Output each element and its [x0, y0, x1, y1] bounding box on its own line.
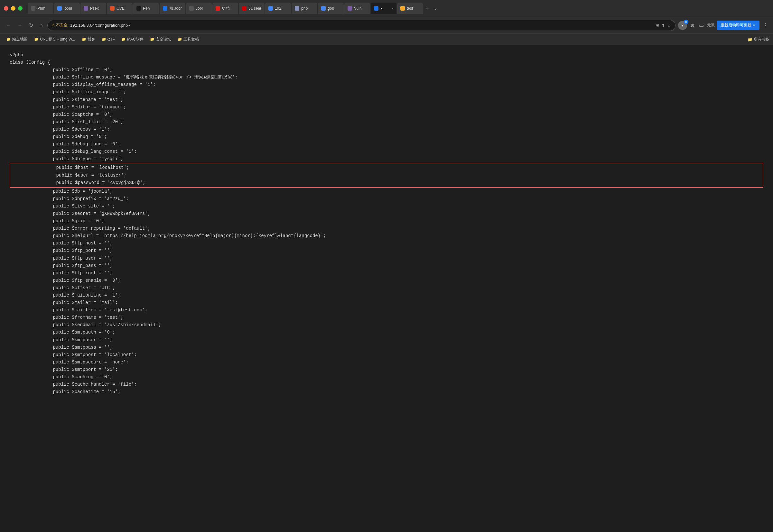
bookmark-folder-icon: 📁 — [102, 37, 106, 41]
extensions-icon[interactable]: ⊕ — [689, 21, 696, 30]
back-button[interactable]: ← — [4, 21, 13, 30]
bookmark-label: 博客 — [87, 37, 95, 42]
tab-overflow-button[interactable]: ⌄ — [432, 6, 439, 11]
translate-icon[interactable]: ⊞ — [656, 23, 659, 28]
code-line: public $ftp_root = ''; — [10, 270, 763, 277]
bookmark-folder-icon: 📁 — [34, 37, 39, 41]
tab-close-button[interactable]: × — [391, 7, 393, 10]
code-line: public $offset = 'UTC'; — [10, 284, 763, 292]
tab-tab1[interactable]: Prim — [28, 3, 53, 14]
code-line: public $editor = 'tinymce'; — [10, 104, 763, 111]
bookmark-item[interactable]: 📁MAC软件 — [119, 35, 146, 43]
tab-label: Prim — [37, 6, 45, 11]
code-line: public $gzip = '0'; — [10, 217, 763, 225]
tab-tab5[interactable]: Pen — [133, 3, 159, 14]
bookmark-item[interactable]: 📁CTF — [99, 36, 117, 43]
tab-favicon — [321, 6, 326, 11]
tab-label: 知 Joor — [169, 6, 182, 11]
code-line: public $smtpuser = ''; — [10, 336, 763, 344]
new-tab-button[interactable]: + — [424, 5, 431, 12]
tab-tab7[interactable]: Joor — [186, 3, 212, 14]
code-line: public $captcha = '0'; — [10, 111, 763, 118]
all-bookmarks[interactable]: 📁 所有书签 — [748, 37, 769, 42]
menu-icon[interactable]: ⋮ — [761, 21, 769, 30]
code-line: public $password = 'cvcvgjASD!@'; — [12, 179, 761, 187]
code-line: public $db = 'joomla'; — [10, 188, 763, 195]
code-line: public $ftp_enable = '0'; — [10, 277, 763, 284]
lang-button[interactable]: 元溅 — [707, 23, 715, 28]
bookmark-item[interactable]: 📁站点地图 — [4, 35, 30, 43]
forward-button[interactable]: → — [15, 21, 24, 30]
tab-label: gob — [327, 6, 334, 11]
code-line: public $ftp_host = ''; — [10, 240, 763, 247]
maximize-button[interactable] — [18, 6, 23, 11]
code-line: public $display_offline_message = '1'; — [10, 81, 763, 88]
tab-favicon — [57, 6, 62, 11]
bookmark-label: 站点地图 — [12, 37, 28, 42]
address-bar[interactable]: ⚠ 不安全 192.168.3.64/configuration.php~ ⊞ … — [47, 20, 676, 31]
bookmark-folder-icon: 📁 — [6, 37, 11, 41]
all-bookmarks-label: 所有书签 — [754, 37, 769, 42]
code-line: public $ftp_pass = ''; — [10, 262, 763, 270]
tab-label: joom — [64, 6, 72, 11]
tab-tab9[interactable]: 51 sear — [239, 3, 264, 14]
reload-button[interactable]: ↻ — [27, 21, 35, 30]
titlebar: PrimjoomPsexCVEPen知 JoorJoorC 精51 sear19… — [0, 0, 773, 17]
restart-button[interactable]: 重新启动即可更新 ∨ — [717, 21, 759, 30]
bookmark-folder-icon: 📁 — [178, 37, 182, 41]
sidebar-toggle[interactable]: ▭ — [698, 21, 705, 30]
bookmark-all-icon: 📁 — [748, 37, 752, 42]
tab-tab14[interactable]: ●× — [371, 3, 397, 14]
tab-favicon — [189, 6, 194, 11]
tab-tab12[interactable]: gob — [318, 3, 344, 14]
tab-label: test — [407, 6, 413, 11]
bookmark-item[interactable]: 📁工具文档 — [175, 35, 201, 43]
tab-label: ● — [380, 6, 382, 11]
tab-favicon — [216, 6, 220, 11]
tab-tab13[interactable]: Vuln — [344, 3, 370, 14]
tabs-bar: PrimjoomPsexCVEPen知 JoorJoorC 精51 sear19… — [28, 3, 769, 14]
code-line: public $ftp_port = ''; — [10, 247, 763, 254]
code-line: public $mailonline = '1'; — [10, 292, 763, 299]
code-line: public $error_reporting = 'default'; — [10, 225, 763, 232]
bookmark-item[interactable]: 📁博客 — [79, 35, 98, 43]
security-warning: ⚠ 不安全 — [51, 23, 68, 28]
code-line: public $dbprefix = 'am2zu_'; — [10, 195, 763, 203]
code-line: public $smtpport = '25'; — [10, 366, 763, 373]
close-button[interactable] — [4, 6, 8, 11]
tab-tab11[interactable]: php — [291, 3, 317, 14]
tab-tab8[interactable]: C 精 — [212, 3, 238, 14]
bookmark-item[interactable]: 📁URL 提交 - Bing W... — [32, 35, 78, 43]
share-icon[interactable]: ⬆ — [661, 23, 665, 28]
tab-tab2[interactable]: joom — [54, 3, 80, 14]
bookmark-item[interactable]: 📁安全论坛 — [147, 35, 174, 43]
tab-label: Vuln — [354, 6, 362, 11]
tab-tab15[interactable]: test — [397, 3, 423, 14]
home-button[interactable]: ⌂ — [38, 21, 45, 30]
bookmark-icon[interactable]: ☆ — [667, 23, 671, 28]
bookmark-label: URL 提交 - Bing W... — [40, 37, 75, 42]
tab-label: 51 sear — [248, 6, 261, 11]
code-line: public $offline_message = '绷鹊珞妹ｅ漾缁存婿鋁⓪<b… — [10, 74, 763, 81]
code-line: public $user = 'testuser'; — [12, 172, 761, 179]
bookmark-folder-icon: 📁 — [150, 37, 154, 41]
profile-avatar[interactable]: ● 8 — [678, 21, 687, 30]
traffic-lights — [4, 6, 23, 11]
code-line: public $offline = '0'; — [10, 66, 763, 74]
code-line: public $fromname = 'test'; — [10, 314, 763, 321]
tab-tab10[interactable]: 192. — [265, 3, 291, 14]
minimize-button[interactable] — [11, 6, 15, 11]
tab-favicon — [374, 6, 378, 11]
tab-favicon — [110, 6, 115, 11]
tab-label: Pen — [143, 6, 150, 11]
navbar: ← → ↻ ⌂ ⚠ 不安全 192.168.3.64/configuration… — [0, 17, 773, 33]
tab-tab4[interactable]: CVE — [107, 3, 133, 14]
code-line: public $sitename = 'test'; — [10, 96, 763, 104]
tab-favicon — [400, 6, 405, 11]
code-line: public $host = 'localhost'; — [12, 164, 761, 171]
address-text: 192.168.3.64/configuration.php~ — [70, 23, 653, 28]
code-line: public $caching = '0'; — [10, 373, 763, 381]
tab-tab6[interactable]: 知 Joor — [160, 3, 185, 14]
tab-tab3[interactable]: Psex — [80, 3, 106, 14]
tab-favicon — [136, 6, 141, 11]
